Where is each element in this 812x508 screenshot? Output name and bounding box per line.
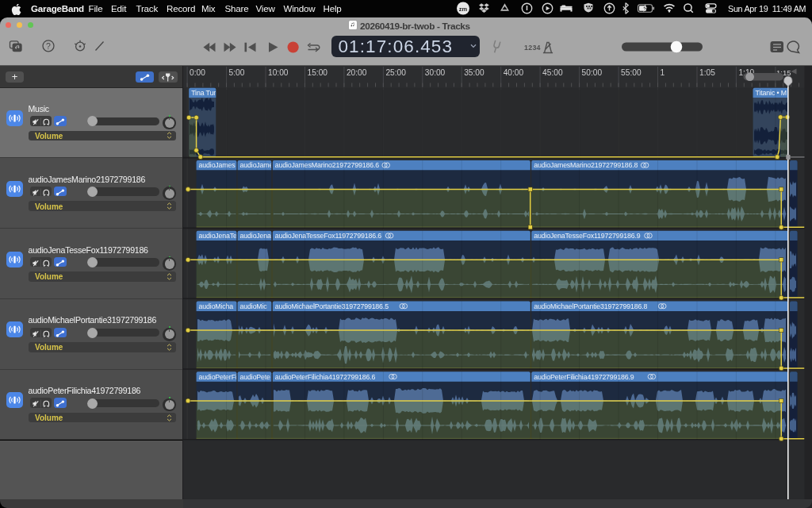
svg-text:audioJames: audioJames: [199, 161, 236, 169]
svg-text:audioPeterFilichia41972799186.: audioPeterFilichia41972799186.6: [275, 373, 376, 381]
svg-text:audioMichaelPortantie319727991: audioMichaelPortantie31972799186.8: [534, 302, 647, 310]
svg-text:10:00: 10:00: [268, 68, 289, 77]
svg-text:25:00: 25:00: [385, 68, 406, 77]
svg-text:audioJamesMarino21972799186.6: audioJamesMarino21972799186.6: [275, 161, 379, 169]
svg-text:audioMichaelPortantie319727991: audioMichaelPortantie31972799186.5: [275, 302, 389, 310]
svg-text:audioJame: audioJame: [240, 161, 274, 169]
svg-text:30:00: 30:00: [425, 68, 446, 77]
svg-text:0:00: 0:00: [190, 68, 205, 77]
svg-text:audioJena: audioJena: [240, 232, 272, 240]
svg-text:audioJenaTesseFox11972799186.9: audioJenaTesseFox11972799186.9: [534, 232, 641, 240]
svg-text:zm: zm: [459, 6, 468, 13]
svg-text:45:00: 45:00: [542, 68, 563, 77]
svg-text:Tina Tur: Tina Tur: [191, 89, 216, 97]
svg-text:1234: 1234: [524, 44, 541, 52]
svg-text:55:00: 55:00: [621, 68, 642, 77]
svg-text:5:00: 5:00: [229, 68, 245, 77]
svg-text:1: 1: [661, 68, 665, 77]
svg-text:audioJamesMarino21972799186.8: audioJamesMarino21972799186.8: [534, 161, 638, 169]
svg-text:audioJenaTe: audioJenaTe: [199, 232, 237, 240]
svg-text:15:00: 15:00: [308, 68, 328, 77]
svg-text:audioJenaTesseFox11972799186.6: audioJenaTesseFox11972799186.6: [275, 232, 382, 240]
svg-text:35:00: 35:00: [464, 68, 485, 77]
svg-text:audioMicha: audioMicha: [199, 302, 234, 310]
svg-text:40:00: 40:00: [504, 68, 524, 77]
svg-text:audioMic: audioMic: [240, 302, 268, 310]
svg-text:1:05: 1:05: [699, 68, 715, 77]
svg-text:audioPeterFi: audioPeterFi: [199, 373, 237, 381]
svg-text:20:00: 20:00: [347, 68, 367, 77]
svg-text:audioPeterFilichia41972799186.: audioPeterFilichia41972799186.9: [534, 373, 634, 381]
svg-text:50:00: 50:00: [582, 68, 603, 77]
svg-text:Titanic • M: Titanic • M: [756, 89, 787, 97]
svg-text:?: ?: [46, 41, 51, 51]
